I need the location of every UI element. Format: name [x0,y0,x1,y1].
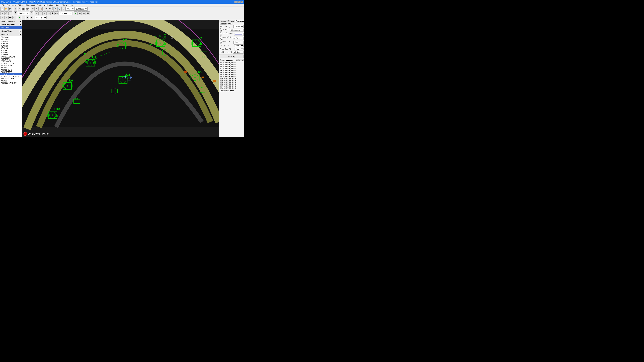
circle-button[interactable]: ○ [43,11,46,15]
tab-layers[interactable]: Layers [219,20,227,22]
canvas-area[interactable]: U7 U6 [22,20,219,137]
zoom-fit-button[interactable]: ⊡ [62,7,65,11]
menu-edit[interactable]: Edit [6,4,11,7]
component-list-item[interactable]: WS2801 [0,67,22,69]
route-button[interactable]: ■ [74,11,78,15]
board-button[interactable]: ⬛ [22,7,25,11]
design-list-item[interactable]: U14 - WS2812B_5050N [220,86,244,88]
back-button[interactable]: ↙ [4,16,8,19]
component-list-item[interactable]: 8TWS04S [0,49,22,51]
tab-objects[interactable]: Objects [227,20,235,22]
angle-step-select[interactable]: Free [234,48,244,50]
component-list-item[interactable]: 8TWS06S [0,51,22,54]
undo-button[interactable]: Undo [U] [220,55,244,58]
tab-properties[interactable]: Properties [235,20,244,22]
component-list-item[interactable]: 8EWS08S [0,40,22,43]
menu-library[interactable]: Library [54,4,62,7]
arc-button[interactable]: ◜ [39,11,42,15]
zoom-out-button[interactable]: 🔍- [57,7,61,11]
restore-button[interactable]: □ [238,1,240,3]
user-components-header[interactable]: User Components ▶ [0,23,22,26]
component-list-item[interactable]: WS2812B5050 [0,71,22,73]
menu-objects[interactable]: Objects [17,4,25,7]
design-list-item[interactable]: U10 - WS2812B_5050N [220,78,244,80]
design-list-item[interactable]: U15 - WS2812B_5050N [220,88,244,89]
design-list-item[interactable]: U4 - WS2812B_5050N [220,68,244,70]
component-list-item[interactable]: 8EWS12S [0,45,22,47]
component-list-item[interactable]: 8EWS16S [0,47,22,49]
component-list-item[interactable]: 8EWS10S [0,43,22,45]
net-class-select[interactable]: Default [234,25,244,28]
design-list-item[interactable]: U1 - WS2812B_5050N [220,62,244,64]
comp2-button[interactable]: ⬡ [12,16,16,19]
new-button[interactable]: 📄 [0,7,4,11]
design-list-item[interactable]: U13 - WS2812B_5050N [220,84,244,86]
route-mode-select[interactable]: All Segment [230,29,244,32]
redo-button[interactable]: ↪ [48,7,52,11]
component-list-item[interactable]: WS2811 [0,80,22,82]
design-list-item[interactable]: U11 - WS2812B_5050N [220,80,244,82]
design-list-item[interactable]: U12 - WS2812B_5050N [220,82,244,84]
open-button[interactable]: 📂 [4,7,8,11]
design-list-item[interactable]: U3 - WS2812B_5050N [220,66,244,68]
component-list-item[interactable]: PDTC144WS [0,60,22,62]
component-list-item[interactable]: WS2811-SOP8 [0,64,22,67]
component-list-item[interactable]: WS2812B_5050N [0,62,22,64]
grid2-button[interactable]: ⊟ [30,16,33,19]
segment-layer-select[interactable]: Top (1) [234,41,244,44]
dm-icon-3[interactable]: ▦ [241,59,244,61]
cut-button[interactable]: ✂ [31,7,34,11]
component-list-item[interactable]: PWS740-1 [0,36,22,38]
tb-icon1[interactable]: ☰ [14,11,17,15]
text-button[interactable]: Abc [55,11,59,15]
play-button[interactable]: ▶ [18,16,21,19]
layer-select[interactable]: Top Side [18,11,29,15]
dm-icon-1[interactable]: ⊞ [236,59,238,61]
dm-icon-2[interactable]: ▤ [238,59,241,61]
library-tools-header[interactable]: Library Tools ▶ [0,29,22,33]
component-button[interactable]: ⬡ [4,11,8,15]
design-list-item[interactable]: U7 - WS2812B_5050N [220,72,244,74]
route2-button[interactable]: ↗ [0,16,4,19]
zoom-select[interactable]: 835% [66,7,75,10]
design-list-item[interactable]: U9 - WS2812B_5050N [220,76,244,78]
menu-view[interactable]: View [11,4,17,7]
undo-button[interactable]: ↩ [44,7,48,11]
component-list-item[interactable]: 8TWS08S [0,54,22,56]
component-list-item[interactable]: WS2812B-NARROW [0,82,22,84]
copy-button[interactable]: ⧉ [35,7,38,11]
menu-file[interactable]: File [1,4,6,7]
via-button[interactable]: ⊕ [82,11,86,15]
component-list-item[interactable]: PDTA144WS [0,58,22,60]
diff-button[interactable]: ≋ [78,11,82,15]
segment-width-select[interactable]: By Class [232,37,244,40]
component-list-item[interactable]: WS2812B_5050N_WTH [0,75,22,78]
minimize-button[interactable]: ─ [234,1,237,3]
menu-placement[interactable]: Placement [25,4,36,7]
component-list-item[interactable]: WS2811-SOP8 [0,69,22,71]
unit-select[interactable]: 0.003 mm [75,7,88,10]
grid-button[interactable]: ⊞ [26,16,29,19]
select-button[interactable]: ↖ [0,11,4,15]
add-button[interactable]: + [8,11,12,15]
drc-button[interactable]: ⚑ [30,11,33,15]
pad-button[interactable]: ⊞ [86,11,90,15]
menu-route[interactable]: Route [36,4,43,7]
new-library-item[interactable]: New Library [0,26,22,29]
assy-select[interactable]: Top Assy [59,11,72,15]
print-button[interactable]: 🖨 [14,7,17,11]
pcb-canvas[interactable]: U7 U6 [22,20,219,137]
component-list-item[interactable]: WS2812B_5050N [0,73,22,75]
place-component-header[interactable]: Place Component ◀ [0,20,22,23]
rect-button[interactable]: □ [47,11,51,15]
layer2-select[interactable]: Top (1) [35,16,46,19]
step-button[interactable]: ▷ [22,16,25,19]
poly-button[interactable]: ⬟ [51,11,55,15]
filter-on-header[interactable]: Filter ON ▶ [0,33,22,36]
3d-button[interactable]: 3D [26,7,29,11]
component-list-item[interactable]: WEC80A6B2WTH [0,78,22,80]
component-list-item[interactable]: PWS750-1U [0,38,22,40]
menu-help[interactable]: Help [68,4,74,7]
via-style-select[interactable]: Auto [234,44,244,47]
menu-tools[interactable]: Tools [62,4,68,7]
